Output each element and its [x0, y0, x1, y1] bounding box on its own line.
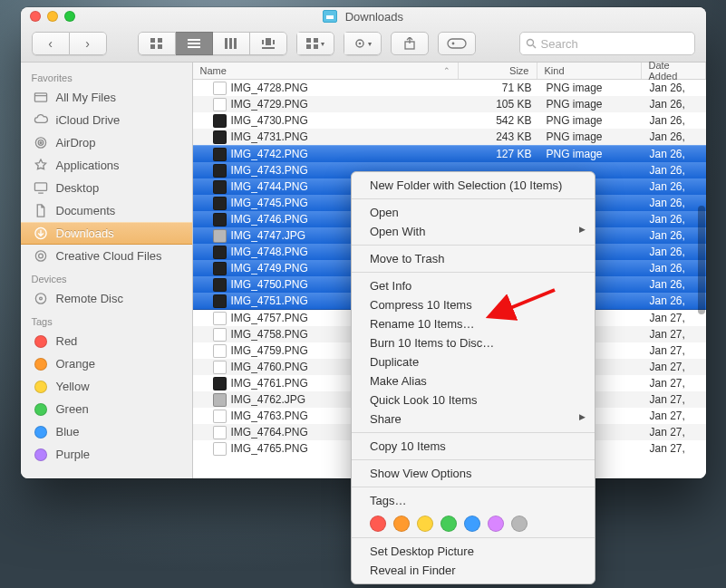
file-size: 542 KB: [461, 114, 539, 127]
svg-rect-6: [188, 46, 200, 48]
file-date: Jan 26,: [643, 82, 706, 94]
arrange-button[interactable]: ▾: [296, 32, 334, 55]
gallery-icon: [262, 38, 275, 49]
context-tag-dot[interactable]: [440, 516, 457, 532]
file-name: IMG_4761.PNG: [231, 377, 308, 390]
sidebar-item-purple[interactable]: Purple: [21, 443, 192, 466]
all-files-icon: [34, 91, 49, 104]
scrollbar-thumb[interactable]: [698, 206, 705, 314]
tag-dot-icon: [34, 380, 49, 393]
context-item-get-info[interactable]: Get Info: [352, 276, 595, 295]
file-row[interactable]: IMG_4729.PNG105 KBPNG imageJan 26,: [193, 96, 706, 112]
context-item-copy-10-items[interactable]: Copy 10 Items: [352, 437, 595, 456]
sidebar-item-label: AirDrop: [56, 136, 96, 149]
back-button[interactable]: ‹: [32, 32, 70, 55]
sidebar-item-orange[interactable]: Orange: [21, 352, 192, 375]
file-row[interactable]: IMG_4728.PNG71 KBPNG imageJan 26,: [193, 80, 706, 96]
file-kind: PNG image: [539, 82, 643, 94]
sidebar-item-blue[interactable]: Blue: [21, 420, 192, 443]
list-view-button[interactable]: [176, 32, 213, 55]
sidebar-item-desktop[interactable]: Desktop: [21, 177, 192, 199]
file-date: Jan 27,: [643, 328, 706, 341]
sidebar-item-label: All My Files: [56, 91, 116, 104]
context-tag-dot[interactable]: [488, 516, 504, 532]
tag-dot-icon: [34, 334, 49, 348]
sidebar-item-green[interactable]: Green: [21, 398, 192, 420]
sidebar-item-yellow[interactable]: Yellow: [21, 375, 192, 398]
file-name: IMG_4744.PNG: [231, 180, 308, 193]
share-button[interactable]: [391, 32, 429, 55]
tags-button[interactable]: [438, 32, 476, 55]
svg-point-34: [39, 254, 44, 258]
context-item-set-desktop-picture[interactable]: Set Desktop Picture: [352, 542, 595, 561]
file-row[interactable]: IMG_4742.PNG127 KBPNG imageJan 26,: [193, 145, 706, 162]
context-item-quick-look-10-items[interactable]: Quick Look 10 Items: [352, 390, 595, 410]
action-button[interactable]: ▾: [344, 32, 382, 55]
sidebar-item-downloads[interactable]: Downloads: [21, 222, 192, 245]
sidebar-item-airdrop[interactable]: AirDrop: [21, 131, 192, 154]
sidebar-item-label: Red: [56, 334, 78, 348]
sidebar-item-remote-disc[interactable]: Remote Disc: [21, 287, 192, 310]
arrange-icon: [306, 38, 319, 49]
sidebar: FavoritesAll My FilesiCloud DriveAirDrop…: [21, 63, 193, 478]
search-field[interactable]: Search: [519, 32, 695, 55]
context-item-move-to-trash[interactable]: Move to Trash: [352, 249, 595, 268]
context-item-share[interactable]: Share: [352, 410, 595, 429]
col-kind[interactable]: Kind: [537, 63, 642, 79]
file-name: IMG_4746.PNG: [231, 213, 308, 226]
context-item-burn-10-items-to-disc[interactable]: Burn 10 Items to Disc…: [352, 333, 595, 352]
context-item-open[interactable]: Open: [352, 203, 595, 222]
file-thumb-icon: [213, 377, 227, 390]
context-tag-dot[interactable]: [511, 516, 528, 532]
sidebar-item-red[interactable]: Red: [21, 330, 192, 352]
file-name: IMG_4729.PNG: [231, 98, 308, 111]
file-name: IMG_4748.PNG: [231, 246, 308, 258]
tag-dot-icon: [34, 425, 49, 439]
context-item-compress-10-items[interactable]: Compress 10 Items: [352, 295, 595, 314]
context-item-show-view-options[interactable]: Show View Options: [352, 464, 595, 483]
context-item-duplicate[interactable]: Duplicate: [352, 352, 595, 371]
context-item-reveal-in-finder[interactable]: Reveal in Finder: [352, 561, 595, 580]
file-name: IMG_4765.PNG: [231, 442, 308, 455]
context-item-make-alias[interactable]: Make Alias: [352, 371, 595, 390]
forward-button[interactable]: ›: [70, 32, 107, 55]
sidebar-item-creative-cloud-files[interactable]: Creative Cloud Files: [21, 245, 192, 267]
file-thumb-icon: [213, 294, 227, 308]
file-thumb-icon: [213, 164, 227, 178]
sidebar-item-documents[interactable]: Documents: [21, 199, 192, 222]
sidebar-heading: Favorites: [21, 66, 192, 86]
file-row[interactable]: IMG_4730.PNG542 KBPNG imageJan 26,: [193, 112, 706, 129]
context-tag-dot[interactable]: [393, 516, 410, 532]
file-date: Jan 26,: [643, 197, 706, 209]
context-tag-dot[interactable]: [370, 516, 386, 532]
icon-view-button[interactable]: [138, 32, 176, 55]
context-item-tags[interactable]: Tags…: [352, 491, 595, 510]
svg-rect-3: [158, 44, 162, 49]
sidebar-item-label: Downloads: [56, 227, 114, 240]
svg-rect-1: [158, 38, 162, 43]
file-date: Jan 26,: [643, 130, 706, 143]
file-size: 127 KB: [461, 148, 539, 160]
sidebar-item-icloud-drive[interactable]: iCloud Drive: [21, 109, 192, 131]
context-tag-dot[interactable]: [464, 516, 480, 532]
file-kind: PNG image: [539, 130, 643, 143]
sidebar-item-all-my-files[interactable]: All My Files: [21, 86, 192, 109]
context-item-new-folder-with-selection-10-items[interactable]: New Folder with Selection (10 Items): [352, 176, 595, 195]
file-date: Jan 26,: [643, 229, 706, 242]
context-item-rename-10-items[interactable]: Rename 10 Items…: [352, 314, 595, 333]
sidebar-item-applications[interactable]: Applications: [21, 154, 192, 177]
column-view-button[interactable]: [213, 32, 250, 55]
col-date[interactable]: Date Added: [642, 63, 706, 79]
file-thumb-icon: [213, 229, 227, 243]
context-tag-dot[interactable]: [417, 516, 433, 532]
search-icon: [526, 38, 537, 49]
file-date: Jan 26,: [643, 180, 706, 193]
file-date: Jan 26,: [643, 262, 706, 275]
col-size[interactable]: Size: [459, 63, 537, 79]
context-item-open-with[interactable]: Open With: [352, 222, 595, 241]
file-name: IMG_4764.PNG: [231, 426, 308, 439]
coverflow-view-button[interactable]: [250, 32, 287, 55]
file-size: 71 KB: [461, 82, 539, 94]
file-row[interactable]: IMG_4731.PNG243 KBPNG imageJan 26,: [193, 129, 706, 145]
col-name[interactable]: Name⌃: [193, 63, 459, 79]
